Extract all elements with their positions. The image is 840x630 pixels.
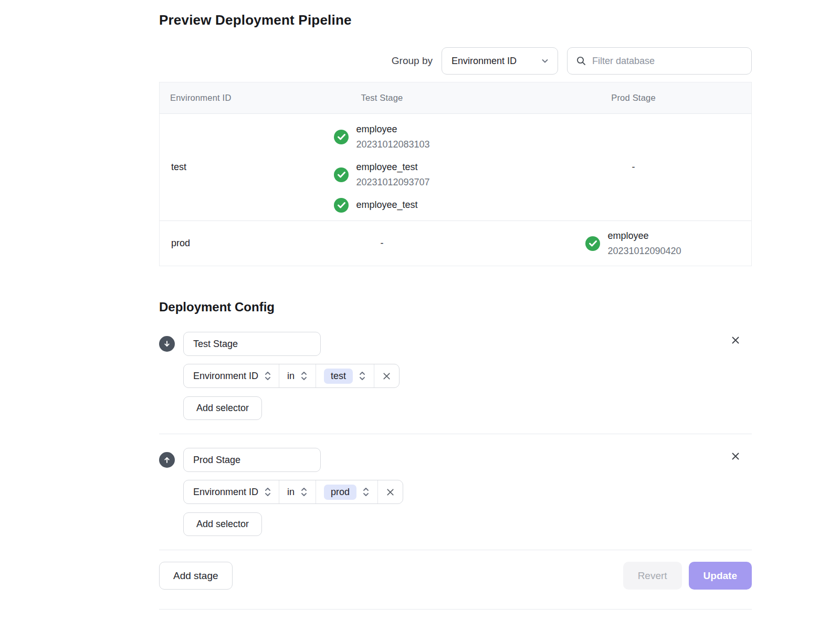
deployment-version: 20231012093707: [356, 175, 429, 190]
selector-field-value: Environment ID: [193, 487, 258, 498]
test-stage-cell: employee 20231012083103 employee_test 20…: [248, 114, 516, 220]
filter-database-field[interactable]: [567, 47, 752, 75]
deployment-entry: employee_test 20231012093707: [334, 160, 429, 190]
deployment-name: employee_test: [356, 197, 417, 213]
deployment-config-heading: Deployment Config: [159, 300, 752, 314]
footer-divider: [159, 550, 752, 550]
bottom-divider: [159, 609, 752, 610]
selector-value-pill: prod: [324, 485, 356, 500]
column-header-test-stage: Test Stage: [248, 82, 516, 113]
selector-field-select[interactable]: Environment ID: [184, 364, 279, 387]
selector-field-value: Environment ID: [193, 371, 258, 382]
deployment-name: employee: [356, 122, 429, 137]
up-down-stepper-icon: [264, 486, 271, 498]
pipeline-table: Environment ID Test Stage Prod Stage tes…: [159, 82, 752, 266]
check-circle-icon: [334, 198, 349, 213]
environment-id-cell: prod: [160, 221, 248, 266]
search-icon: [576, 56, 586, 66]
selector-value-pill: test: [324, 369, 353, 384]
check-circle-icon: [334, 130, 349, 144]
remove-selector-button[interactable]: [377, 480, 403, 503]
prod-stage-cell: employee 20231012090420: [516, 221, 751, 266]
deployment-name: employee_test: [356, 160, 429, 175]
up-down-stepper-icon: [359, 370, 366, 382]
column-header-environment-id: Environment ID: [160, 82, 248, 113]
table-header-row: Environment ID Test Stage Prod Stage: [160, 82, 751, 113]
remove-stage-button[interactable]: [729, 449, 742, 463]
deployment-version: 20231012090420: [607, 244, 681, 259]
toolbar: Group by Environment ID: [159, 47, 752, 75]
stage-divider: [159, 434, 752, 434]
remove-selector-button[interactable]: [374, 364, 399, 387]
close-icon: [385, 487, 395, 497]
add-selector-button[interactable]: Add selector: [183, 396, 262, 420]
group-by-select[interactable]: Environment ID: [442, 47, 558, 75]
deployment-entry: employee 20231012090420: [585, 228, 681, 259]
group-by-selected-value: Environment ID: [452, 56, 517, 67]
deployment-version: 20231012083103: [356, 137, 429, 152]
footer-actions: Add stage Revert Update: [159, 562, 752, 590]
filter-database-input[interactable]: [592, 56, 744, 67]
deployment-name: employee: [607, 228, 681, 244]
arrow-up-circle-icon: [159, 452, 175, 468]
arrow-down-circle-icon: [159, 336, 175, 352]
environment-id-cell: test: [160, 114, 248, 220]
revert-button[interactable]: Revert: [623, 562, 682, 590]
selector-operator-select[interactable]: in: [279, 480, 316, 503]
close-icon: [730, 335, 741, 345]
up-down-stepper-icon: [264, 370, 271, 382]
close-icon: [382, 371, 392, 381]
check-circle-icon: [334, 167, 349, 182]
table-row: test employee 20231012083103: [160, 113, 751, 220]
up-down-stepper-icon: [300, 370, 308, 382]
table-row: prod - employee 20231012090420: [160, 220, 751, 266]
stage-name-input[interactable]: [183, 448, 321, 472]
selector-operator-value: in: [287, 487, 295, 498]
selector-operator-select[interactable]: in: [279, 364, 316, 387]
selector-value-select[interactable]: prod: [316, 480, 377, 503]
test-stage-cell: -: [248, 221, 516, 266]
group-by-label: Group by: [392, 55, 433, 67]
chevron-down-icon: [541, 57, 549, 65]
check-circle-icon: [585, 236, 600, 251]
remove-stage-button[interactable]: [729, 333, 742, 347]
page-title: Preview Deployment Pipeline: [159, 12, 752, 28]
stage-config-prod: Environment ID in prod: [159, 448, 752, 536]
add-stage-button[interactable]: Add stage: [159, 562, 233, 590]
selector-value-select[interactable]: test: [316, 364, 374, 387]
update-button[interactable]: Update: [689, 562, 752, 590]
selector-field-select[interactable]: Environment ID: [184, 480, 279, 503]
deployment-entry: employee_test: [334, 197, 429, 213]
deployment-entry: employee 20231012083103: [334, 122, 429, 152]
stage-config-test: Environment ID in test: [159, 332, 752, 420]
close-icon: [730, 451, 741, 461]
selector-row: Environment ID in prod: [183, 480, 403, 504]
deployment-pipeline-page: Preview Deployment Pipeline Group by Env…: [159, 0, 752, 610]
selector-row: Environment ID in test: [183, 364, 400, 388]
stage-name-input[interactable]: [183, 332, 321, 356]
selector-operator-value: in: [287, 371, 295, 382]
up-down-stepper-icon: [300, 486, 308, 498]
add-selector-button[interactable]: Add selector: [183, 512, 262, 536]
up-down-stepper-icon: [362, 486, 370, 498]
prod-stage-cell: -: [516, 114, 751, 220]
column-header-prod-stage: Prod Stage: [516, 82, 751, 113]
